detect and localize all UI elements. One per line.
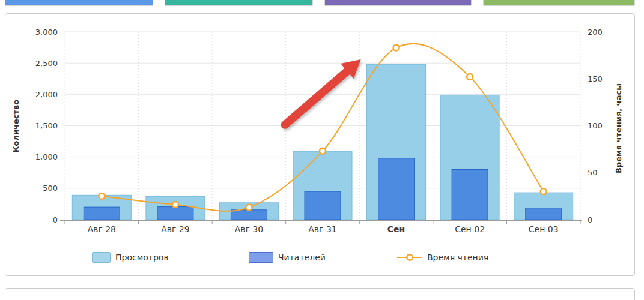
bar[interactable]: [526, 208, 562, 220]
legend-item-reading-time[interactable]: Время чтения: [397, 251, 488, 263]
svg-text:150: 150: [588, 74, 603, 83]
right-axis-title: Время чтения, часы: [614, 83, 623, 173]
svg-text:0: 0: [53, 215, 58, 224]
x-axis: [60, 220, 582, 224]
svg-text:Авг 30: Авг 30: [235, 224, 263, 234]
svg-text:Авг 28: Авг 28: [88, 224, 116, 234]
top-card-3[interactable]: [324, 0, 472, 6]
readers-swatch-icon: [249, 252, 273, 263]
chart-panel: 3,0002,5002,0001,5001,000500020015010050…: [5, 13, 635, 276]
bar[interactable]: [452, 170, 488, 220]
line-marker-icon: [397, 253, 422, 262]
line-point-marker[interactable]: [467, 74, 473, 80]
svg-text:0: 0: [588, 215, 592, 224]
legend-label-reading-time: Время чтения: [427, 253, 488, 262]
svg-text:Сен: Сен: [387, 224, 405, 234]
legend-item-views[interactable]: Просмотров: [92, 251, 169, 263]
svg-text:Сен 02: Сен 02: [455, 224, 485, 234]
top-card-4[interactable]: [483, 0, 635, 6]
left-axis-title: Количество: [11, 100, 20, 152]
line-point-marker[interactable]: [99, 193, 105, 199]
svg-text:500: 500: [43, 184, 58, 193]
svg-text:Сен 03: Сен 03: [529, 224, 559, 234]
line-point-marker[interactable]: [172, 202, 178, 208]
bar[interactable]: [305, 191, 341, 220]
bar[interactable]: [157, 207, 193, 220]
svg-text:1,500: 1,500: [35, 121, 58, 130]
svg-text:100: 100: [588, 121, 603, 130]
line-point-marker[interactable]: [320, 148, 326, 154]
svg-text:3,000: 3,000: [35, 28, 58, 37]
legend-label-readers: Читателей: [278, 253, 326, 262]
top-card-1[interactable]: [5, 0, 153, 6]
svg-text:2,500: 2,500: [35, 59, 58, 68]
line-point-marker[interactable]: [393, 45, 399, 51]
svg-text:200: 200: [588, 28, 603, 37]
svg-text:Авг 31: Авг 31: [308, 224, 336, 234]
bottom-panel: [5, 288, 635, 300]
svg-text:Авг 29: Авг 29: [161, 224, 189, 234]
line-point-marker[interactable]: [246, 205, 252, 211]
legend-label-views: Просмотров: [115, 253, 169, 262]
svg-text:1,000: 1,000: [35, 152, 58, 161]
legend-item-readers[interactable]: Читателей: [249, 251, 326, 263]
line-point-marker[interactable]: [541, 188, 547, 194]
top-card-2[interactable]: [165, 0, 313, 6]
chart-svg[interactable]: 3,0002,5002,0001,5001,000500020015010050…: [5, 14, 634, 275]
svg-text:2,000: 2,000: [35, 90, 58, 99]
bar[interactable]: [378, 158, 415, 220]
bar[interactable]: [84, 207, 120, 220]
x-category-labels: Авг 28Авг 29Авг 30Авг 31СенСен 02Сен 03: [88, 224, 559, 234]
svg-text:50: 50: [588, 168, 598, 177]
views-swatch-icon: [92, 252, 111, 263]
screen: 3,0002,5002,0001,5001,000500020015010050…: [0, 0, 644, 300]
red-arrow-annotation: [285, 59, 361, 125]
bar[interactable]: [231, 210, 267, 220]
